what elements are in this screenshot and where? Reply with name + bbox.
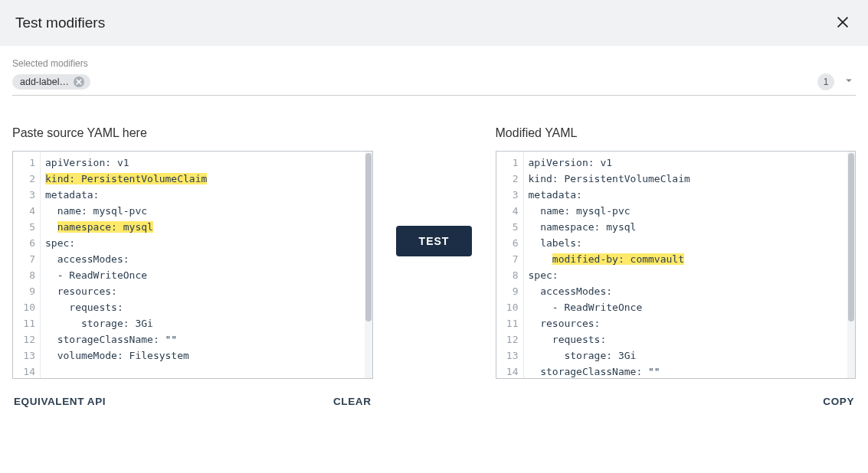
chip-list: add-label…: [12, 74, 817, 90]
code-line: spec:: [529, 267, 843, 283]
code-line: kind: PersistentVolumeClaim: [45, 171, 360, 187]
modified-footer: COPY: [496, 393, 857, 410]
code-line: storageClassName: "": [529, 364, 843, 378]
code-line: requests:: [45, 299, 360, 315]
dialog-content: Selected modifiers add-label… 1 Past: [0, 46, 868, 426]
modifiers-right: 1: [817, 73, 856, 90]
code-line: accessModes:: [45, 251, 360, 267]
clear-button[interactable]: CLEAR: [332, 393, 373, 410]
code-line: labels:: [529, 235, 843, 251]
close-button[interactable]: [834, 14, 853, 32]
code-line: [45, 364, 360, 378]
equivalent-api-button[interactable]: EQUIVALENT API: [12, 393, 107, 410]
selected-modifiers-label: Selected modifiers: [12, 58, 856, 69]
source-yaml-editor[interactable]: 1234567891011121314 apiVersion: v1kind: …: [12, 151, 373, 379]
modifiers-dropdown-toggle[interactable]: [842, 73, 856, 90]
source-yaml-title: Paste source YAML here: [12, 126, 373, 140]
code-line: metadata:: [45, 187, 360, 203]
code-line: accessModes:: [529, 283, 843, 299]
selected-modifiers-field[interactable]: add-label… 1: [12, 73, 856, 96]
code-line: kind: PersistentVolumeClaim: [529, 171, 843, 187]
dialog-header: Test modifiers: [0, 0, 868, 46]
middle-column: TEST: [388, 126, 480, 256]
modifier-chip[interactable]: add-label…: [12, 74, 90, 90]
code-line: storage: 3Gi: [45, 315, 360, 331]
source-scrollbar-thumb[interactable]: [365, 153, 372, 321]
modified-yaml-pane: Modified YAML 1234567891011121314 apiVer…: [496, 126, 857, 410]
code-line: namespace: mysql: [45, 219, 360, 235]
chip-label: add-label…: [20, 77, 69, 87]
modified-scrollbar-thumb[interactable]: [848, 153, 854, 321]
modifiers-count-badge: 1: [817, 73, 834, 90]
code-line: storage: 3Gi: [529, 347, 843, 364]
yaml-panes: Paste source YAML here 12345678910111213…: [12, 126, 856, 410]
dialog-title: Test modifiers: [15, 15, 105, 31]
code-line: apiVersion: v1: [45, 155, 360, 171]
copy-button[interactable]: COPY: [821, 393, 856, 410]
code-line: modified-by: commvault: [529, 251, 843, 267]
code-line: spec:: [45, 235, 360, 251]
source-yaml-pane: Paste source YAML here 12345678910111213…: [12, 126, 373, 410]
modified-yaml-title: Modified YAML: [496, 126, 857, 140]
modified-gutter: 1234567891011121314: [496, 152, 524, 378]
close-icon: [834, 14, 851, 31]
modified-code: apiVersion: v1kind: PersistentVolumeClai…: [524, 152, 848, 378]
code-line: volumeMode: Filesystem: [45, 347, 360, 364]
code-line: requests:: [529, 331, 843, 347]
source-code[interactable]: apiVersion: v1kind: PersistentVolumeClai…: [41, 152, 365, 378]
chip-remove-icon: [76, 79, 82, 85]
code-line: name: mysql-pvc: [45, 203, 360, 219]
code-line: apiVersion: v1: [529, 155, 843, 171]
code-line: storageClassName: "": [45, 331, 360, 347]
code-line: metadata:: [529, 187, 843, 203]
test-button[interactable]: TEST: [396, 226, 473, 256]
code-line: resources:: [45, 283, 360, 299]
source-footer: EQUIVALENT API CLEAR: [12, 393, 373, 410]
chip-remove-button[interactable]: [74, 77, 84, 87]
modified-yaml-editor: 1234567891011121314 apiVersion: v1kind: …: [496, 151, 857, 379]
chevron-down-icon: [842, 73, 856, 87]
modified-scrollbar[interactable]: [847, 152, 855, 378]
code-line: resources:: [529, 315, 843, 331]
code-line: name: mysql-pvc: [529, 203, 843, 219]
source-scrollbar[interactable]: [365, 152, 372, 378]
source-gutter: 1234567891011121314: [13, 152, 41, 378]
code-line: - ReadWriteOnce: [529, 299, 843, 315]
code-line: namespace: mysql: [529, 219, 843, 235]
code-line: - ReadWriteOnce: [45, 267, 360, 283]
